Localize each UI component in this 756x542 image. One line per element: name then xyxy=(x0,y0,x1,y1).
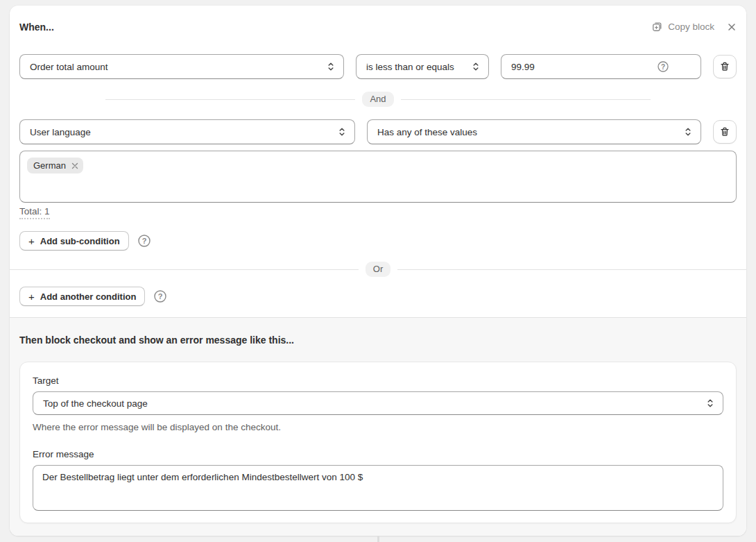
condition-row-2: User language Has any of these values xyxy=(19,119,737,144)
error-message-card: Target Top of the checkout page Where th… xyxy=(19,362,737,523)
condition-2-field-select[interactable]: User language xyxy=(19,119,355,144)
divider-line xyxy=(401,99,651,100)
condition-1-field-value: Order total amount xyxy=(30,62,108,72)
condition-1-field-select[interactable]: Order total amount xyxy=(19,54,344,79)
svg-text:?: ? xyxy=(661,63,665,71)
add-sub-condition-label: Add sub-condition xyxy=(40,236,120,246)
add-another-condition-label: Add another condition xyxy=(40,291,137,302)
tag-chip-german: German xyxy=(27,158,83,173)
add-another-condition-button[interactable]: + Add another condition xyxy=(19,287,145,306)
tag-remove-button[interactable] xyxy=(71,162,79,170)
condition-2-operator-value: Has any of these values xyxy=(377,127,477,137)
copy-icon xyxy=(651,21,663,33)
add-another-condition-row: + Add another condition ? xyxy=(19,287,737,306)
divider-line xyxy=(105,99,355,100)
error-message-label: Error message xyxy=(33,449,723,459)
condition-row-1: Order total amount is less than or equal… xyxy=(19,54,737,79)
svg-text:?: ? xyxy=(141,237,146,245)
error-message-field-group: Error message Der Bestellbetrag liegt un… xyxy=(33,449,723,511)
add-sub-condition-row: + Add sub-condition ? xyxy=(19,231,737,251)
or-badge: Or xyxy=(366,262,390,277)
delete-condition-2-button[interactable] xyxy=(713,120,737,144)
chevron-updown-icon xyxy=(472,62,480,71)
svg-text:?: ? xyxy=(158,292,163,300)
divider-line xyxy=(10,269,359,270)
header-actions: Copy block xyxy=(651,21,737,33)
delete-condition-1-button[interactable] xyxy=(713,55,737,78)
block-connector-line xyxy=(377,536,379,542)
tag-total: Total: 1 xyxy=(19,206,737,217)
copy-block-button[interactable]: Copy block xyxy=(651,21,714,33)
when-title: When... xyxy=(19,22,54,33)
condition-1-value-wrap: ? xyxy=(501,54,701,79)
rule-block-card: When... Copy block xyxy=(10,6,746,536)
target-field-group: Target Top of the checkout page Where th… xyxy=(33,375,723,432)
chevron-updown-icon xyxy=(706,398,714,408)
and-badge: And xyxy=(362,92,393,107)
copy-block-label: Copy block xyxy=(668,22,714,32)
tag-label: German xyxy=(33,160,66,171)
and-divider: And xyxy=(105,92,651,107)
divider-line xyxy=(397,269,746,270)
condition-1-operator-value: is less than or equals xyxy=(366,62,454,72)
close-icon xyxy=(727,22,737,32)
chevron-updown-icon xyxy=(327,62,335,71)
help-icon[interactable]: ? xyxy=(137,234,151,248)
chevron-updown-icon xyxy=(684,127,692,137)
then-section: Then block checkout and show an error me… xyxy=(10,317,746,536)
when-header: When... Copy block xyxy=(19,21,737,33)
target-select[interactable]: Top of the checkout page xyxy=(33,391,723,415)
target-label: Target xyxy=(33,375,723,386)
close-block-button[interactable] xyxy=(727,22,737,32)
condition-2-field-value: User language xyxy=(30,127,91,137)
plus-icon: + xyxy=(28,236,35,246)
help-icon[interactable]: ? xyxy=(153,289,167,303)
help-icon[interactable]: ? xyxy=(657,60,669,76)
trash-icon xyxy=(719,61,730,72)
add-sub-condition-button[interactable]: + Add sub-condition xyxy=(19,231,129,251)
or-divider: Or xyxy=(10,262,746,277)
condition-1-value-input[interactable] xyxy=(501,54,701,79)
condition-2-values-input[interactable]: German xyxy=(19,151,737,203)
error-message-textarea[interactable]: Der Bestellbetrag liegt unter dem erford… xyxy=(33,465,723,511)
tag-remove-x-icon xyxy=(71,162,78,169)
target-help-text: Where the error message will be displaye… xyxy=(33,422,723,432)
chevron-updown-icon xyxy=(338,127,346,137)
plus-icon: + xyxy=(28,291,35,302)
condition-1-operator-select[interactable]: is less than or equals xyxy=(356,54,489,79)
when-section: When... Copy block xyxy=(10,6,746,317)
target-value: Top of the checkout page xyxy=(43,398,148,409)
condition-2-operator-select[interactable]: Has any of these values xyxy=(367,119,701,144)
trash-icon xyxy=(719,126,730,137)
then-title: Then block checkout and show an error me… xyxy=(19,334,737,346)
